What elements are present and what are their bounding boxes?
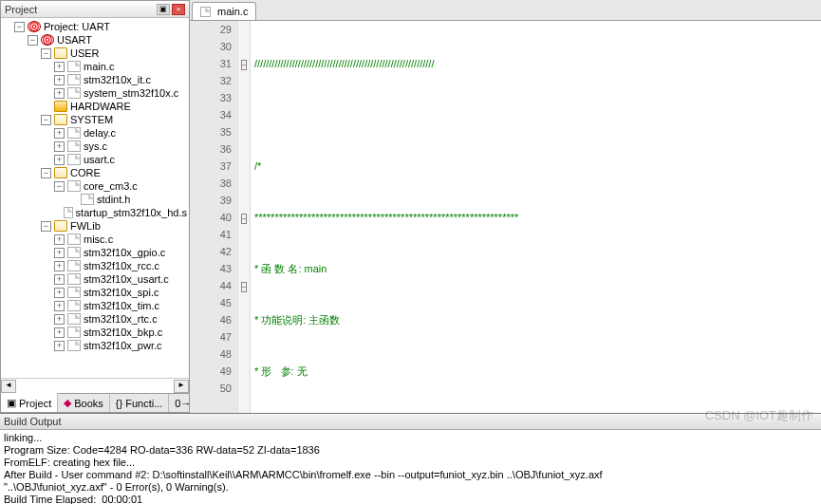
file-rtc[interactable]: +stm32f10x_rtc.c bbox=[1, 312, 189, 326]
folder-core[interactable]: −CORE bbox=[1, 166, 189, 179]
target-icon bbox=[28, 21, 41, 32]
folder-icon bbox=[54, 101, 67, 112]
code-editor[interactable]: 2930313233343536373839404142434445464748… bbox=[190, 21, 821, 413]
file-icon bbox=[67, 273, 81, 285]
folder-open-icon bbox=[54, 47, 67, 59]
tree-hscroll[interactable]: ◄► bbox=[1, 378, 189, 393]
file-startup[interactable]: startup_stm32f10x_hd.s bbox=[1, 206, 189, 219]
braces-icon: {} bbox=[116, 398, 122, 409]
file-icon bbox=[67, 313, 81, 325]
tree-usart[interactable]: −USART bbox=[1, 33, 189, 47]
template-icon: 0→ bbox=[175, 398, 191, 409]
file-main[interactable]: +main.c bbox=[1, 60, 189, 73]
file-icon bbox=[67, 127, 81, 139]
pin-icon[interactable]: ▣ bbox=[157, 4, 170, 15]
file-icon bbox=[67, 180, 81, 192]
file-rcc[interactable]: +stm32f10x_rcc.c bbox=[1, 259, 189, 272]
project-bottom-tabs: ▣Project ◆Books {}Functi... 0→Templ... bbox=[1, 393, 189, 412]
file-spi[interactable]: +stm32f10x_spi.c bbox=[1, 286, 189, 299]
file-stdint[interactable]: stdint.h bbox=[1, 193, 189, 206]
file-icon bbox=[67, 300, 81, 311]
project-title: Project bbox=[5, 4, 37, 15]
editor-panel: main.c 293031323334353637383940414243444… bbox=[190, 0, 821, 413]
folder-fwlib[interactable]: −FWLib bbox=[1, 219, 189, 233]
file-sys[interactable]: +sys.c bbox=[1, 140, 189, 153]
folder-user[interactable]: −USER bbox=[1, 47, 189, 60]
file-usart[interactable]: +usart.c bbox=[1, 153, 189, 166]
project-tree[interactable]: −Project: UART −USART −USER +main.c +stm… bbox=[1, 18, 189, 378]
file-tabs: main.c bbox=[190, 0, 821, 21]
folder-system[interactable]: −SYSTEM bbox=[1, 113, 189, 126]
folder-open-icon bbox=[54, 114, 67, 125]
tab-functions[interactable]: {}Functi... bbox=[110, 394, 169, 412]
code-content[interactable]: ////////////////////////////////////////… bbox=[251, 21, 821, 413]
file-usart2[interactable]: +stm32f10x_usart.c bbox=[1, 272, 189, 286]
file-delay[interactable]: +delay.c bbox=[1, 126, 189, 140]
file-icon bbox=[67, 340, 81, 351]
output-title: Build Output bbox=[0, 414, 821, 430]
file-misc[interactable]: +misc.c bbox=[1, 233, 189, 246]
line-gutter: 2930313233343536373839404142434445464748… bbox=[190, 21, 237, 413]
file-icon bbox=[67, 74, 81, 85]
file-corecm3[interactable]: −core_cm3.c bbox=[1, 179, 189, 193]
build-output-panel: Build Output linking... Program Size: Co… bbox=[0, 413, 821, 504]
file-pwr[interactable]: +stm32f10x_pwr.c bbox=[1, 339, 189, 352]
file-icon bbox=[64, 207, 73, 218]
file-icon bbox=[67, 260, 81, 271]
tree-root[interactable]: −Project: UART bbox=[1, 20, 189, 33]
file-tim[interactable]: +stm32f10x_tim.c bbox=[1, 299, 189, 312]
project-panel: Project ▣ × −Project: UART −USART −USER … bbox=[0, 0, 190, 413]
tab-project[interactable]: ▣Project bbox=[1, 393, 58, 412]
output-body[interactable]: linking... Program Size: Code=4284 RO-da… bbox=[0, 430, 821, 504]
file-icon bbox=[81, 194, 94, 205]
file-icon bbox=[67, 287, 81, 298]
books-icon: ◆ bbox=[64, 397, 71, 409]
target-icon bbox=[41, 34, 54, 46]
folder-hardware[interactable]: HARDWARE bbox=[1, 100, 189, 113]
file-icon bbox=[67, 61, 81, 72]
project-header: Project ▣ × bbox=[1, 1, 189, 18]
file-icon bbox=[67, 233, 81, 245]
file-bkp[interactable]: +stm32f10x_bkp.c bbox=[1, 326, 189, 339]
file-icon bbox=[67, 327, 81, 338]
file-it[interactable]: +stm32f10x_it.c bbox=[1, 73, 189, 86]
file-tab-main[interactable]: main.c bbox=[192, 2, 256, 20]
project-tab-icon: ▣ bbox=[7, 397, 16, 409]
file-icon bbox=[67, 87, 81, 99]
folder-open-icon bbox=[54, 220, 67, 232]
fold-gutter[interactable]: − −− bbox=[237, 21, 251, 413]
tab-books[interactable]: ◆Books bbox=[58, 394, 110, 412]
file-icon bbox=[67, 140, 81, 152]
close-icon[interactable]: × bbox=[172, 4, 185, 15]
folder-open-icon bbox=[54, 167, 67, 178]
file-gpio[interactable]: +stm32f10x_gpio.c bbox=[1, 246, 189, 259]
file-sysstm[interactable]: +system_stm32f10x.c bbox=[1, 86, 189, 100]
file-icon bbox=[67, 247, 81, 258]
file-icon bbox=[200, 7, 211, 17]
file-icon bbox=[67, 154, 81, 165]
